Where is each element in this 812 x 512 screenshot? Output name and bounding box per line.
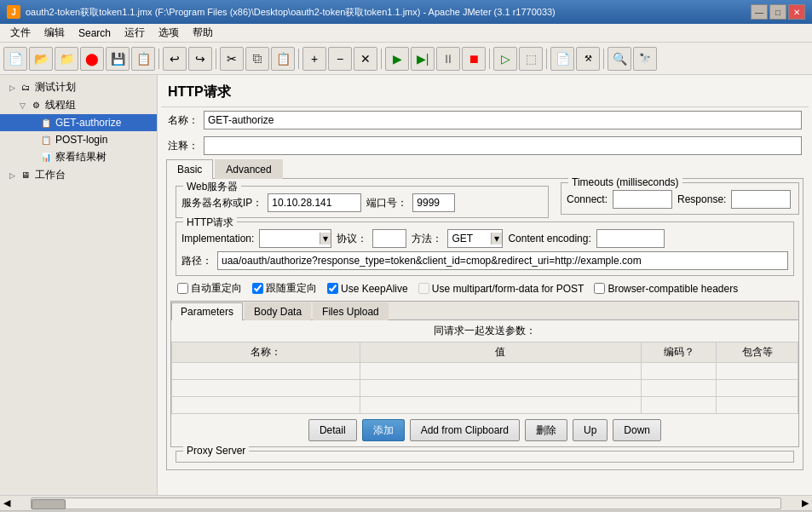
follow-redirects-input[interactable] (252, 283, 263, 294)
impl-input[interactable] (260, 230, 320, 247)
down-button[interactable]: Down (613, 419, 661, 441)
detail-button[interactable]: Detail (308, 419, 357, 441)
impl-dropdown-arrow[interactable]: ▾ (320, 233, 331, 244)
expand-button[interactable]: + (302, 47, 326, 71)
copy-button[interactable]: ⿻ (245, 47, 269, 71)
keepalive-checkbox[interactable]: Use KeepAlive (327, 283, 408, 295)
save-test-button[interactable]: 📋 (131, 47, 155, 71)
impl-row: Implementation: ▾ 协议： 方法： ▾ Content enco… (180, 227, 790, 250)
paste-button[interactable]: 📋 (271, 47, 295, 71)
collapse-button[interactable]: − (328, 47, 352, 71)
protocol-input[interactable] (372, 229, 406, 248)
cell-name-1[interactable] (172, 363, 360, 380)
search-button[interactable]: 🔍 (608, 47, 631, 71)
tab-parameters[interactable]: Parameters (171, 302, 243, 320)
add-from-clipboard-button[interactable]: Add from Clipboard (410, 419, 520, 441)
cell-include-1[interactable] (717, 363, 798, 380)
remote-start-button[interactable]: ▷ (493, 47, 517, 71)
add-button[interactable]: 添加 (362, 419, 405, 441)
tab-body-data[interactable]: Body Data (245, 302, 311, 320)
browser-headers-checkbox[interactable]: Browser-compatible headers (594, 283, 738, 295)
run-button[interactable]: ▶ (385, 47, 409, 71)
cell-value-1[interactable] (360, 363, 642, 380)
horizontal-scrollbar[interactable]: ◀ ▶ (0, 495, 812, 510)
multipart-input[interactable] (418, 283, 429, 294)
new-button[interactable]: 📄 (3, 47, 27, 71)
menu-search[interactable]: Search (72, 26, 118, 41)
maximize-button[interactable]: □ (769, 4, 786, 20)
scroll-right-button[interactable]: ▶ (798, 498, 812, 509)
sidebar-item-post-login[interactable]: ▷ 📋 POST-login (0, 131, 157, 148)
server-input[interactable] (268, 193, 361, 212)
comment-input[interactable] (204, 136, 802, 155)
remote-stop-button[interactable]: ⬚ (519, 47, 543, 71)
keepalive-input[interactable] (327, 283, 338, 294)
http-req-label: HTTP请求 (183, 216, 237, 230)
method-dropdown[interactable]: ▾ (447, 229, 503, 248)
workspace-icon: 🖥 (19, 169, 32, 182)
encoding-label: Content encoding: (508, 233, 590, 244)
tab-advanced[interactable]: Advanced (215, 159, 282, 179)
redo-button[interactable]: ↪ (188, 47, 212, 71)
minimize-button[interactable]: — (751, 4, 768, 20)
hscroll-track[interactable] (31, 498, 781, 509)
cell-encode-3[interactable] (642, 397, 717, 414)
menu-options[interactable]: 选项 (152, 24, 186, 42)
open-button[interactable]: 📁 (55, 47, 78, 71)
multipart-checkbox[interactable]: Use multipart/form-data for POST (418, 283, 585, 295)
method-input[interactable] (448, 230, 491, 247)
menu-help[interactable]: 帮助 (186, 24, 220, 42)
zoom-button[interactable]: 🔭 (633, 47, 657, 71)
cut-button[interactable]: ✂ (220, 47, 244, 71)
cell-encode-2[interactable] (642, 380, 717, 397)
menu-edit[interactable]: 编辑 (37, 24, 72, 42)
port-input[interactable] (412, 193, 455, 212)
browser-headers-input[interactable] (594, 283, 605, 294)
menu-run[interactable]: 运行 (118, 24, 152, 42)
sidebar-item-get-authorize[interactable]: ▷ 📋 GET-authorize (0, 114, 157, 131)
stop-run-button[interactable]: ⬤ (80, 47, 104, 71)
timeouts-label: Timeouts (milliseconds) (568, 176, 682, 188)
sidebar-item-thread-group[interactable]: ▽ ⚙ 线程组 (0, 96, 157, 114)
cell-name-3[interactable] (172, 397, 360, 414)
stop-button[interactable]: ⏹ (462, 47, 486, 71)
menu-file[interactable]: 文件 (3, 24, 37, 42)
sidebar-item-results-tree[interactable]: ▷ 📊 察看结果树 (0, 148, 157, 166)
auto-redirect-checkbox[interactable]: 自动重定向 (177, 281, 242, 296)
template-button[interactable]: 📄 (550, 47, 574, 71)
checkboxes-row: 自动重定向 跟随重定向 Use KeepAlive Use multipart/… (170, 278, 799, 299)
pause-button[interactable]: ⏸ (436, 47, 460, 71)
cell-include-2[interactable] (717, 380, 798, 397)
delete-button[interactable]: 删除 (525, 419, 567, 441)
cell-name-2[interactable] (172, 380, 360, 397)
close-button[interactable]: ✕ (788, 4, 805, 20)
method-dropdown-arrow[interactable]: ▾ (491, 233, 502, 244)
connect-input[interactable] (613, 190, 672, 209)
run-all-button[interactable]: ▶| (411, 47, 435, 71)
cell-include-3[interactable] (717, 397, 798, 414)
sidebar-item-test-plan[interactable]: ▷ 🗂 测试计划 (0, 78, 157, 96)
tab-files-upload[interactable]: Files Upload (313, 302, 389, 320)
col-header-value: 值 (360, 342, 642, 363)
save-button[interactable]: 💾 (106, 47, 130, 71)
scroll-left-button[interactable]: ◀ (0, 498, 14, 509)
clear-button[interactable]: ✕ (354, 47, 377, 71)
cell-value-2[interactable] (360, 380, 642, 397)
templates-button[interactable]: 📂 (29, 47, 53, 71)
impl-dropdown[interactable]: ▾ (259, 229, 331, 248)
encoding-input[interactable] (596, 229, 665, 248)
tab-basic[interactable]: Basic (166, 159, 213, 179)
cell-value-3[interactable] (360, 397, 642, 414)
up-button[interactable]: Up (573, 419, 608, 441)
panel-title: HTTP请求 (161, 78, 809, 107)
follow-redirects-checkbox[interactable]: 跟随重定向 (252, 281, 317, 296)
cell-encode-1[interactable] (642, 363, 717, 380)
sidebar-item-workspace[interactable]: ▷ 🖥 工作台 (0, 166, 157, 184)
path-input[interactable] (217, 251, 788, 270)
response-input[interactable] (731, 190, 791, 209)
undo-button[interactable]: ↩ (163, 47, 187, 71)
auto-redirect-input[interactable] (177, 283, 188, 294)
hscroll-thumb[interactable] (32, 499, 66, 509)
function-helper[interactable]: ⚒ (576, 47, 600, 71)
name-input[interactable] (204, 111, 802, 129)
